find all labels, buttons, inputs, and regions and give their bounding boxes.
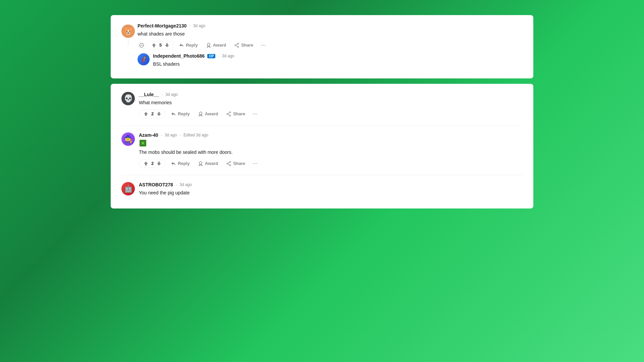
- reply-icon-lule: [171, 111, 176, 117]
- minecraft-icon: [141, 141, 145, 145]
- award-icon-1: [206, 43, 211, 48]
- share-button-azam[interactable]: Share: [223, 159, 249, 168]
- downvote-icon-azam: [156, 161, 162, 166]
- username-azam[interactable]: Azam-40: [139, 132, 158, 138]
- comment-body-lule: __Lule__ · 3d ago What memories 2: [139, 92, 523, 119]
- vote-count-azam: 2: [151, 161, 154, 166]
- downvote-button-1[interactable]: [164, 43, 170, 48]
- timestamp-azam: 3d ago: [165, 133, 177, 137]
- upvote-icon-azam: [143, 161, 149, 166]
- comment-card-2: 💀 __Lule__ · 3d ago What memories 2: [111, 84, 533, 208]
- comment-header-lule: __Lule__ · 3d ago: [139, 92, 523, 97]
- upvote-icon-lule: [143, 111, 149, 117]
- avatar-mortgage: 🐹: [121, 24, 135, 38]
- action-bar-lule: 2 Reply: [139, 109, 523, 119]
- vote-cluster-azam: 2: [139, 159, 166, 168]
- collapse-section: 🐹: [121, 23, 135, 46]
- upvote-lule[interactable]: [143, 111, 149, 117]
- share-button-1[interactable]: Share: [231, 41, 257, 50]
- minecraft-badge-wrapper: [139, 140, 523, 147]
- svg-line-25: [228, 164, 229, 165]
- svg-point-3: [237, 43, 239, 44]
- svg-line-24: [228, 162, 229, 163]
- username-lule[interactable]: __Lule__: [139, 92, 159, 97]
- svg-point-4: [237, 46, 239, 48]
- downvote-azam[interactable]: [156, 161, 162, 166]
- sep-azam: ·: [161, 133, 162, 137]
- reply-icon-1: [179, 43, 184, 48]
- svg-line-13: [228, 114, 229, 115]
- vote-count-lule: 2: [151, 111, 154, 116]
- award-icon-azam: [198, 161, 203, 166]
- avatar-indphoto: 🦸: [138, 53, 150, 65]
- comment-text-astrobot: You need the pig update: [139, 189, 523, 196]
- more-button-lule[interactable]: ···: [250, 109, 260, 119]
- vote-cluster-1: 5: [147, 41, 174, 50]
- username-mortgage[interactable]: Perfect-Mortgage2130: [138, 23, 186, 28]
- comment-astrobot: 🤖 ASTROBOT278 · 3d ago You need the pig …: [121, 182, 523, 199]
- avatar-azam: 🧙: [121, 132, 135, 146]
- upvote-azam[interactable]: [143, 161, 149, 166]
- op-badge: OP: [207, 54, 215, 58]
- divider-2: [121, 175, 523, 175]
- sep-astrobot: ·: [176, 182, 177, 187]
- svg-point-9: [229, 112, 231, 113]
- award-button-1[interactable]: Award: [203, 41, 230, 50]
- award-button-azam[interactable]: Award: [195, 159, 222, 168]
- collapse-button[interactable]: [138, 41, 146, 49]
- action-bar-1: 5 Reply: [138, 40, 523, 50]
- comment-text-1: what shades are those: [138, 31, 523, 38]
- reply-username-1[interactable]: Independent_Photo686: [153, 53, 205, 59]
- svg-point-5: [235, 45, 236, 46]
- sep-lule: ·: [162, 92, 163, 97]
- svg-point-23: [227, 163, 228, 164]
- downvote-lule[interactable]: [156, 111, 162, 117]
- reply-timestamp-1: 3d ago: [222, 54, 234, 58]
- upvote-icon: [151, 43, 157, 48]
- more-button-azam[interactable]: ···: [250, 159, 260, 168]
- share-icon-azam: [226, 161, 231, 166]
- divider-1: [121, 125, 523, 126]
- svg-point-10: [229, 115, 231, 116]
- svg-point-22: [229, 165, 231, 166]
- comment-header-azam: Azam-40 · 3d ago · Edited 3d ago: [139, 132, 523, 138]
- edited-azam: Edited 3d ago: [183, 133, 208, 137]
- reply-button-lule[interactable]: Reply: [167, 110, 193, 118]
- avatar-lule: 💀: [121, 92, 135, 105]
- avatar-astrobot: 🤖: [121, 182, 135, 195]
- svg-line-7: [236, 46, 237, 47]
- reply-button-1[interactable]: Reply: [175, 41, 201, 50]
- share-icon-lule: [226, 111, 231, 117]
- timestamp-lule: 3d ago: [165, 92, 178, 97]
- username-astrobot[interactable]: ASTROBOT278: [139, 182, 173, 187]
- svg-rect-19: [142, 142, 144, 144]
- reply-text-1: BSL shaders: [153, 61, 523, 68]
- downvote-icon-lule: [156, 111, 162, 117]
- timestamp-1: 3d ago: [193, 23, 206, 28]
- minus-icon: [139, 43, 144, 48]
- comment-header-astrobot: ASTROBOT278 · 3d ago: [139, 182, 523, 187]
- svg-point-11: [227, 113, 228, 115]
- upvote-button-1[interactable]: [151, 43, 157, 48]
- separator-1: ·: [189, 23, 190, 28]
- share-button-lule[interactable]: Share: [223, 110, 249, 118]
- svg-point-21: [229, 161, 231, 163]
- comment-wrapper-1: 🐹 Perfect-Mortgage2130 · 3d ago what sha…: [121, 23, 523, 70]
- reply-button-azam[interactable]: Reply: [167, 159, 193, 168]
- svg-point-8: [199, 112, 202, 115]
- reply-body-1: Independent_Photo686 OP · 3d ago BSL sha…: [153, 53, 523, 70]
- comment-text-lule: What memories: [139, 99, 523, 106]
- comment-header-1: Perfect-Mortgage2130 · 3d ago: [138, 23, 523, 28]
- vote-cluster-lule: 2: [139, 110, 166, 118]
- svg-point-2: [207, 43, 210, 46]
- svg-point-20: [199, 162, 202, 164]
- reply-separator: ·: [218, 54, 219, 58]
- reply-header-1: Independent_Photo686 OP · 3d ago: [153, 53, 523, 59]
- more-button-1[interactable]: ···: [258, 40, 268, 50]
- downvote-icon: [164, 43, 170, 48]
- comment-text-azam: The mobs should be sealed with more door…: [139, 149, 523, 156]
- award-button-lule[interactable]: Award: [195, 110, 222, 118]
- minecraft-badge: [140, 140, 146, 146]
- svg-line-12: [228, 113, 229, 114]
- comment-body-astrobot: ASTROBOT278 · 3d ago You need the pig up…: [139, 182, 523, 199]
